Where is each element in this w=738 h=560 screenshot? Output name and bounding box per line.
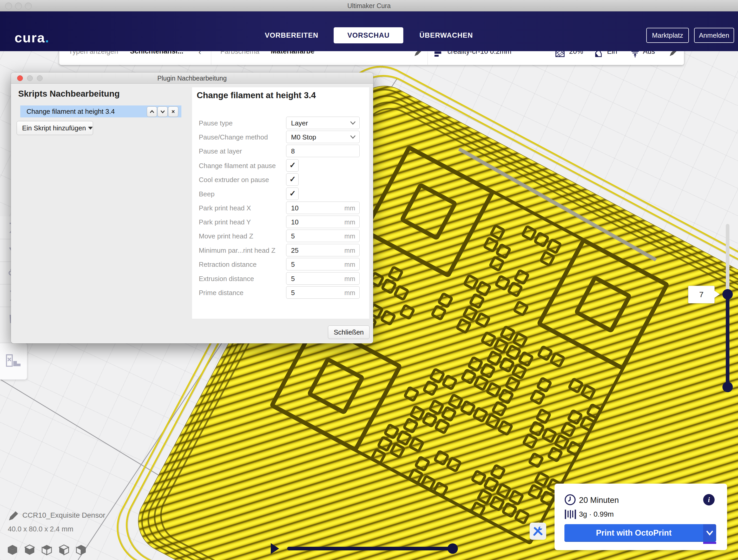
setting-row: Extrusion distance 5 mm: [192, 272, 369, 285]
setting-label: Minimum par...rint head Z: [199, 246, 276, 254]
setting-select[interactable]: M0 Stop: [286, 131, 360, 143]
setting-input[interactable]: 5 mm: [286, 258, 360, 270]
setting-row: Park print head X 10 mm: [192, 201, 369, 214]
setting-input[interactable]: 5 mm: [286, 229, 360, 242]
chevron-up-icon: [149, 110, 154, 113]
setting-row: Retraction distance 5 mm: [192, 258, 369, 270]
window-titlebar: Ultimaker Cura: [0, 0, 738, 11]
print-with-octoprint-button[interactable]: Print with OctoPrint: [565, 524, 703, 542]
window-title: Ultimaker Cura: [0, 2, 738, 10]
marketplace-button[interactable]: Marktplatz: [646, 28, 689, 43]
post-processing-tool-button[interactable]: [0, 343, 27, 380]
setting-row: Move print head Z 5 mm: [192, 229, 369, 242]
unit-label: mm: [344, 261, 355, 268]
chevron-down-icon: [350, 135, 356, 139]
dropdown-triangle-icon: [88, 127, 93, 130]
close-dialog-button[interactable]: Schließen: [328, 326, 370, 339]
view-left-cube-icon[interactable]: [59, 544, 69, 555]
wrench-hammer-icon: [532, 525, 543, 537]
unit-label: mm: [344, 275, 355, 283]
rename-pencil-icon[interactable]: [8, 510, 19, 522]
stairs-icon: [4, 352, 23, 371]
setting-row: Park print head Y 10 mm: [192, 215, 369, 228]
view-top-cube-icon[interactable]: [76, 544, 86, 555]
clock-icon: [564, 494, 577, 506]
setting-checkbox[interactable]: ✓: [286, 173, 299, 186]
unit-label: mm: [344, 204, 355, 212]
setting-label: Pause/Change method: [199, 133, 268, 141]
setting-label: Pause type: [199, 119, 233, 127]
simulation-play-button[interactable]: [271, 543, 279, 554]
setting-input[interactable]: 10 mm: [286, 215, 360, 228]
tab-ueberwachen[interactable]: ÜBERWACHEN: [408, 27, 484, 43]
setting-label: Cool extruder on pause: [199, 176, 269, 184]
setting-label: Retraction distance: [199, 260, 257, 268]
script-settings-heading: Change filament at height 3.4: [197, 90, 316, 100]
setting-row: Cool extruder on pause ✓: [192, 173, 369, 186]
chevron-down-icon: [703, 524, 716, 542]
material-spool-icon: [565, 509, 577, 520]
unit-label: mm: [344, 218, 355, 226]
view-layers-cube-icon[interactable]: [42, 544, 52, 555]
material-usage-estimate: 3g · 0.99m: [579, 510, 614, 518]
unit-label: mm: [344, 247, 355, 254]
chevron-down-icon: [350, 121, 356, 125]
setting-input[interactable]: 8: [286, 145, 360, 157]
script-name: Change filament at height 3.4: [26, 107, 115, 116]
setting-input[interactable]: 5 mm: [286, 272, 360, 285]
signin-button[interactable]: Anmelden: [694, 28, 734, 43]
setting-row: Prime distance 5 mm: [192, 286, 369, 299]
script-settings-panel: Change filament at height 3.4 Pause type…: [192, 87, 369, 319]
setting-row: Pause at layer 8: [192, 145, 369, 157]
setting-row: Pause type Layer: [192, 117, 369, 129]
tab-vorbereiten[interactable]: VORBEREITEN: [255, 27, 329, 43]
remove-script-button[interactable]: ×: [168, 106, 178, 117]
print-options-dropdown[interactable]: [703, 524, 716, 542]
setting-label: Change filament at pause: [199, 162, 276, 170]
setting-checkbox[interactable]: ✓: [286, 159, 299, 172]
setting-row: Beep ✓: [192, 187, 369, 200]
setting-row: Change filament at pause ✓: [192, 159, 369, 172]
layer-slider-range[interactable]: [726, 294, 729, 387]
setting-label: Park print head X: [199, 204, 251, 212]
setting-row: Pause/Change method M0 Stop: [192, 131, 369, 143]
post-processing-dialog: Plugin Nachbearbeitung Skripts Nachbearb…: [11, 72, 373, 344]
unit-label: mm: [344, 289, 355, 297]
unit-label: mm: [344, 232, 355, 240]
setting-select[interactable]: Layer: [286, 117, 360, 129]
chevron-down-icon: [160, 110, 165, 113]
move-script-up-button[interactable]: [147, 106, 157, 117]
simulation-timeline-track[interactable]: [287, 547, 455, 550]
print-time-estimate: 20 Minuten: [579, 496, 619, 505]
layer-slider-upper-handle[interactable]: [722, 289, 733, 300]
machine-settings-button[interactable]: [529, 523, 546, 540]
layer-tooltip-arrow: [714, 290, 720, 299]
print-summary-card: 20 Minuten i 3g · 0.99m Print with OctoP…: [555, 484, 727, 550]
setting-checkbox[interactable]: ✓: [286, 187, 299, 200]
move-script-down-button[interactable]: [157, 106, 167, 117]
dropdown-accent-strip: [703, 542, 716, 544]
dialog-title: Plugin Nachbearbeitung: [11, 75, 373, 82]
model-name[interactable]: CCR10_Exquisite Densor: [22, 511, 105, 520]
setting-label: Park print head Y: [199, 218, 251, 226]
tab-vorschau[interactable]: VORSCHAU: [334, 27, 403, 43]
setting-label: Extrusion distance: [199, 275, 254, 283]
view-solid-cube-icon[interactable]: [7, 544, 18, 555]
setting-input[interactable]: 10 mm: [286, 201, 360, 214]
setting-label: Move print head Z: [199, 232, 253, 240]
script-list-item-selected[interactable]: Change filament at height 3.4 ×: [20, 105, 181, 117]
setting-label: Prime distance: [199, 289, 244, 297]
add-script-button[interactable]: Ein Skript hinzufügen: [17, 121, 93, 135]
setting-input[interactable]: 25 mm: [286, 244, 360, 256]
setting-input[interactable]: 5 mm: [286, 286, 360, 299]
layer-slider-lower-handle[interactable]: [722, 382, 733, 392]
dialog-titlebar[interactable]: Plugin Nachbearbeitung: [11, 72, 373, 84]
simulation-timeline-handle[interactable]: [447, 543, 458, 554]
logo-dot: .: [45, 30, 49, 45]
setting-row: Minimum par...rint head Z 25 mm: [192, 244, 369, 256]
view-xray-cube-icon[interactable]: [24, 544, 35, 555]
layer-number-tooltip: 7: [688, 286, 715, 304]
setting-label: Pause at layer: [199, 147, 242, 155]
info-icon[interactable]: i: [703, 494, 715, 505]
model-dimensions: 40.0 x 80.0 x 2.4 mm: [8, 525, 73, 533]
